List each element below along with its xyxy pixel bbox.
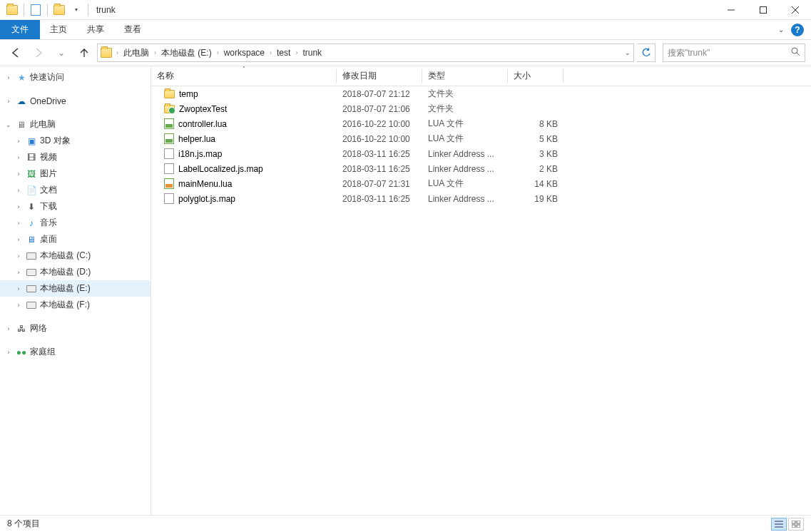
- sidebar-item[interactable]: ›本地磁盘 (D:): [0, 264, 151, 280]
- expander-icon[interactable]: ›: [4, 349, 13, 356]
- sidebar-item[interactable]: ›本地磁盘 (E:): [0, 280, 151, 297]
- sidebar-item[interactable]: ›🖥桌面: [0, 231, 151, 247]
- minimize-button[interactable]: [715, 0, 747, 20]
- file-size: 5 KB: [508, 134, 563, 144]
- file-row[interactable]: controller.lua2016-10-22 10:00LUA 文件8 KB: [151, 116, 811, 131]
- file-date: 2018-03-11 16:25: [337, 149, 422, 159]
- file-date: 2018-03-11 16:25: [337, 164, 422, 174]
- refresh-button[interactable]: [637, 44, 656, 62]
- expander-icon[interactable]: ›: [14, 285, 23, 292]
- sidebar-item[interactable]: ›🎞视频: [0, 149, 151, 165]
- map-file-icon: [164, 148, 174, 159]
- sidebar-item-homegroup[interactable]: › ●● 家庭组: [0, 344, 151, 360]
- sidebar-item[interactable]: ›▣3D 对象: [0, 133, 151, 149]
- folder-synced-icon: [164, 105, 175, 113]
- forward-button[interactable]: [29, 43, 49, 63]
- address-bar[interactable]: › 此电脑 › 本地磁盘 (E:) › workspace › test › t…: [97, 44, 634, 62]
- expander-icon[interactable]: ›: [14, 236, 23, 243]
- file-row[interactable]: mainMenu.lua2018-07-07 21:31LUA 文件14 KB: [151, 176, 811, 191]
- navigation-bar: ⌄ › 此电脑 › 本地磁盘 (E:) › workspace › test ›…: [0, 40, 811, 66]
- breadcrumb-drive-e[interactable]: 本地磁盘 (E:): [158, 47, 215, 59]
- help-button[interactable]: ?: [791, 24, 804, 36]
- file-type: LUA 文件: [422, 178, 508, 190]
- expander-icon[interactable]: ›: [14, 154, 23, 161]
- expander-icon[interactable]: ›: [14, 252, 23, 260]
- file-row[interactable]: helper.lua2016-10-22 10:00LUA 文件5 KB: [151, 131, 811, 146]
- file-row[interactable]: i18n.js.map2018-03-11 16:25Linker Addres…: [151, 146, 811, 161]
- expander-icon[interactable]: ›: [14, 203, 23, 210]
- expander-icon[interactable]: ›: [14, 187, 23, 194]
- search-input[interactable]: 搜索"trunk": [663, 44, 805, 62]
- file-row[interactable]: polyglot.js.map2018-03-11 16:25Linker Ad…: [151, 191, 811, 206]
- column-header-size[interactable]: 大小: [508, 66, 563, 86]
- ribbon-expand-icon[interactable]: ⌄: [778, 26, 784, 34]
- column-header-label: 大小: [514, 70, 531, 82]
- expander-icon[interactable]: ›: [14, 220, 23, 227]
- view-thumbnails-button[interactable]: [788, 518, 804, 531]
- sidebar-item[interactable]: ›📄文档: [0, 182, 151, 198]
- sidebar-item-onedrive[interactable]: › ☁ OneDrive: [0, 93, 151, 109]
- file-type: 文件夹: [422, 88, 508, 100]
- breadcrumb-sep: ›: [294, 49, 299, 56]
- sidebar-item-label: 网络: [30, 322, 47, 334]
- breadcrumb-sep: ›: [268, 49, 273, 56]
- title-separator: [88, 4, 88, 16]
- file-tab[interactable]: 文件: [0, 20, 40, 39]
- expander-icon[interactable]: ›: [14, 138, 23, 145]
- tab-share[interactable]: 共享: [77, 20, 114, 39]
- column-header-label: 类型: [428, 70, 445, 82]
- file-row[interactable]: ZwoptexTest2018-07-07 21:06文件夹: [151, 101, 811, 116]
- sidebar-item-network[interactable]: › 🖧 网络: [0, 320, 151, 337]
- sidebar-item[interactable]: ›本地磁盘 (F:): [0, 297, 151, 313]
- status-bar: 8 个项目: [0, 515, 811, 532]
- column-header-name[interactable]: ˄ 名称: [151, 66, 337, 86]
- sidebar-item[interactable]: ›🖼图片: [0, 165, 151, 182]
- search-icon: [791, 47, 800, 58]
- qat-folder-icon-2[interactable]: [51, 2, 67, 18]
- history-dropdown[interactable]: ⌄: [51, 43, 71, 63]
- arrow-up-icon: [78, 47, 90, 58]
- address-dropdown-icon[interactable]: ⌄: [625, 49, 631, 56]
- back-button[interactable]: [6, 43, 26, 63]
- file-size: 8 KB: [508, 119, 563, 129]
- downloads-icon: ⬇: [26, 201, 37, 213]
- expander-icon[interactable]: ›: [14, 170, 23, 178]
- sidebar-item[interactable]: ›♪音乐: [0, 215, 151, 231]
- tab-home[interactable]: 主页: [40, 20, 77, 39]
- qat-dropdown[interactable]: ▾: [68, 2, 84, 18]
- expander-icon[interactable]: ›: [4, 74, 13, 81]
- breadcrumb-workspace[interactable]: workspace: [220, 48, 268, 58]
- tab-view[interactable]: 查看: [114, 20, 151, 39]
- view-details-button[interactable]: [771, 518, 787, 531]
- maximize-button[interactable]: [747, 0, 779, 20]
- breadcrumb-this-pc[interactable]: 此电脑: [120, 47, 153, 59]
- sidebar-item[interactable]: ›⬇下载: [0, 198, 151, 215]
- expander-icon[interactable]: ⌄: [4, 121, 13, 128]
- svg-rect-11: [792, 525, 795, 528]
- close-button[interactable]: [779, 0, 811, 20]
- sort-ascending-icon: ˄: [243, 66, 245, 72]
- expander-icon[interactable]: ›: [4, 325, 13, 332]
- expander-icon[interactable]: ›: [4, 98, 13, 105]
- qat-page-icon[interactable]: [28, 2, 44, 18]
- up-button[interactable]: [74, 43, 94, 63]
- file-date: 2018-03-11 16:25: [337, 194, 422, 204]
- sidebar-item-this-pc[interactable]: ⌄ 🖥 此电脑: [0, 116, 151, 133]
- file-row[interactable]: LabelLocalized.js.map2018-03-11 16:25Lin…: [151, 161, 811, 176]
- expander-icon[interactable]: ›: [14, 269, 23, 276]
- expander-icon[interactable]: ›: [14, 302, 23, 309]
- breadcrumb-trunk[interactable]: trunk: [299, 48, 325, 58]
- breadcrumb-test[interactable]: test: [273, 48, 294, 58]
- sidebar-item[interactable]: ›本地磁盘 (C:): [0, 247, 151, 264]
- svg-line-5: [797, 53, 800, 56]
- qat-separator: [24, 4, 24, 16]
- sidebar-item-quick-access[interactable]: › ★ 快速访问: [0, 69, 151, 86]
- column-header-type[interactable]: 类型: [422, 66, 508, 86]
- file-list[interactable]: temp2018-07-07 21:12文件夹ZwoptexTest2018-0…: [151, 86, 811, 515]
- column-header-date[interactable]: 修改日期: [337, 66, 422, 86]
- file-row[interactable]: temp2018-07-07 21:12文件夹: [151, 86, 811, 101]
- sidebar-item-label: 本地磁盘 (D:): [40, 266, 91, 278]
- file-name: controller.lua: [178, 119, 227, 129]
- qat-folder-icon[interactable]: [4, 2, 20, 18]
- address-folder-icon: [101, 48, 112, 58]
